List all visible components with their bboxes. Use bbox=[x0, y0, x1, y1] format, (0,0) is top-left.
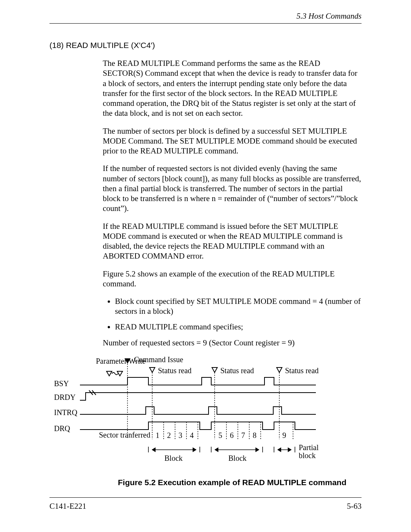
label-parameter-write: Parameter Write bbox=[96, 357, 124, 365]
page: { "header": { "section": "5.3 Host Comma… bbox=[0, 0, 411, 532]
paragraph: The number of sectors per block is defin… bbox=[103, 126, 362, 156]
num-8: 8 bbox=[253, 431, 256, 440]
paragraph: Figure 5.2 shows an example of the execu… bbox=[103, 269, 362, 289]
running-header: 5.3 Host Commands bbox=[49, 11, 362, 24]
num-6: 6 bbox=[230, 431, 234, 440]
label-intrq: INTRQ bbox=[54, 408, 77, 417]
label-sector-transferred: Sector tranferred bbox=[99, 431, 133, 439]
sector-count-line: Number of requested sectors = 9 (Sector … bbox=[103, 338, 362, 348]
list-item: READ MULTIPLE command specifies; bbox=[115, 322, 362, 332]
num-3: 3 bbox=[178, 431, 182, 440]
num-9: 9 bbox=[282, 431, 286, 440]
label-status-read: Status read bbox=[285, 366, 319, 375]
footer-page-number: 5-63 bbox=[347, 502, 362, 511]
label-status-read: Status read bbox=[220, 366, 254, 375]
bullet-list: Block count specified by SET MULTIPLE MO… bbox=[103, 296, 362, 332]
paragraph: If the number of requested sectors is no… bbox=[103, 163, 362, 213]
paragraph: The READ MULTIPLE Command performs the s… bbox=[103, 58, 362, 118]
label-bsy: BSY bbox=[54, 379, 69, 388]
label-drq: DRQ bbox=[54, 424, 70, 433]
list-item: Block count specified by SET MULTIPLE MO… bbox=[115, 296, 362, 316]
page-footer: C141-E221 5-63 bbox=[49, 497, 362, 511]
label-status-read: Status read bbox=[158, 366, 191, 375]
label-block: Block bbox=[164, 454, 183, 463]
num-5: 5 bbox=[218, 431, 222, 440]
num-7: 7 bbox=[241, 431, 245, 440]
label-block: Block bbox=[228, 454, 247, 463]
label-drdy: DRDY bbox=[54, 393, 76, 402]
timing-diagram: Parameter Write Command Issue Status rea… bbox=[49, 355, 362, 468]
label-command-issue: Command Issue bbox=[134, 355, 183, 364]
footer-doc-id: C141-E221 bbox=[49, 502, 86, 511]
label-partial-block-l2: block bbox=[299, 451, 315, 460]
num-4: 4 bbox=[190, 431, 194, 440]
paragraph: If the READ MULTIPLE command is issued b… bbox=[103, 221, 362, 261]
header-section: 5.3 Host Commands bbox=[296, 11, 362, 21]
body-text-block: The READ MULTIPLE Command performs the s… bbox=[103, 58, 362, 487]
section-heading: (18) READ MULTIPLE (X'C4') bbox=[49, 41, 362, 50]
label-partial-block-l1: Partial bbox=[299, 443, 319, 452]
num-1: 1 bbox=[156, 431, 159, 440]
figure-caption: Figure 5.2 Execution example of READ MUL… bbox=[103, 478, 362, 487]
num-2: 2 bbox=[167, 431, 171, 440]
